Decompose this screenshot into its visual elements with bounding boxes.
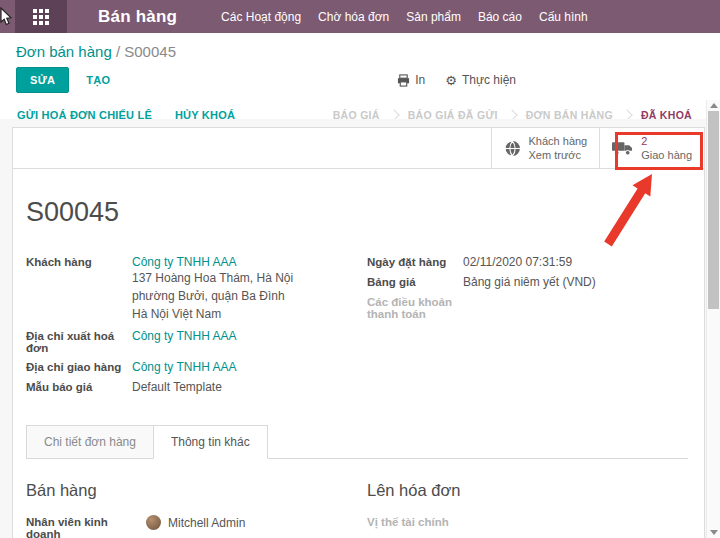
nav-item-products[interactable]: Sản phẩm [406,10,461,24]
breadcrumb-parent-link[interactable]: Đơn bán hàng [16,43,112,60]
salesperson-avatar [146,515,161,530]
field-quotation-template-label: Mẫu báo giá [26,380,132,393]
printer-icon [397,74,410,87]
action-menu-label: Thực hiện [462,73,516,87]
print-menu-button[interactable]: In [397,73,425,87]
delivery-stat-button[interactable]: 2 Giao hàng [599,128,704,168]
form-sheet: Khách hàng Xem trước 2 Giao hàng S00045 [12,127,705,538]
customer-preview-line2: Xem trước [529,148,588,162]
pricelist-value: Bảng giá niêm yết (VND) [463,275,596,289]
field-order-date-label: Ngày đặt hàng [367,255,463,268]
invoicing-section-title: Lên hóa đơn [367,481,688,500]
field-payment-terms-label: Các điều khoản thanh toán [367,295,463,320]
breadcrumb-current: S00045 [124,43,176,60]
field-salesperson: Nhân viên kinh doanh Mitchell Admin [26,512,351,538]
notebook-tabs: Chi tiết đơn hàng Thông tin khác [26,425,688,459]
sales-section-title: Bán hàng [26,481,351,500]
scrollbar-thumb[interactable] [708,111,719,309]
delivery-address-link[interactable]: Công ty TNHH AAA [132,360,236,374]
apps-grid-icon [33,9,49,25]
nav-item-configuration[interactable]: Cấu hình [539,10,588,24]
field-delivery-address: Địa chỉ giao hàng Công ty TNHH AAA [26,357,351,377]
order-title: S00045 [26,197,688,228]
salesperson-value: Mitchell Admin [168,516,245,530]
print-menu-label: In [415,73,425,87]
order-date-value: 02/11/2020 07:31:59 [463,255,572,269]
customer-address-line: phường Bưởi, quận Ba Đình [132,287,293,305]
customer-preview-line1: Khách hàng [529,134,588,148]
delivery-count: 2 [641,134,692,148]
sheet-body: S00045 Khách hàng Công ty TNHH AAA 137 H… [13,169,704,538]
tab-order-lines[interactable]: Chi tiết đơn hàng [26,425,153,459]
field-customer-label: Khách hàng [26,255,132,268]
mouse-cursor-icon [0,7,12,29]
scroll-up-arrow-icon[interactable] [710,103,718,108]
other-info-pane: Bán hàng Nhân viên kinh doanh Mitchell A… [26,459,688,538]
field-fiscal-position: Vị thế tài chính [367,512,688,531]
breadcrumb-separator: / [116,43,120,60]
invoice-address-link[interactable]: Công ty TNHH AAA [132,329,236,343]
tab-other-info[interactable]: Thông tin khác [153,425,268,459]
field-salesperson-label: Nhân viên kinh doanh [26,515,146,538]
content-area: Khách hàng Xem trước 2 Giao hàng S00045 [0,119,720,538]
vertical-scrollbar[interactable] [706,100,720,538]
header-right-column: Ngày đặt hàng 02/11/2020 07:31:59 Bảng g… [367,252,688,397]
field-quotation-template: Mẫu báo giá Default Template [26,377,351,397]
stat-button-row: Khách hàng Xem trước 2 Giao hàng [13,128,704,169]
navbar-menu: Các Hoạt động Chờ hóa đơn Sản phẩm Báo c… [221,10,588,24]
nav-item-activities[interactable]: Các Hoạt động [221,10,301,24]
customer-link[interactable]: Công ty TNHH AAA [132,255,236,269]
gear-icon: ⚙ [445,73,457,88]
edit-button[interactable]: SỬA [16,67,69,93]
field-pricelist: Bảng giá Bảng giá niêm yết (VND) [367,272,688,292]
scroll-down-arrow-icon[interactable] [710,530,718,535]
app-title: Bán hàng [98,7,177,27]
truck-icon [612,140,633,156]
field-pricelist-label: Bảng giá [367,275,463,288]
nav-item-to-invoice[interactable]: Chờ hóa đơn [318,10,389,24]
invoicing-section: Lên hóa đơn Vị thế tài chính [367,481,688,538]
field-invoice-address: Địa chỉ xuất hoá đơn Công ty TNHH AAA [26,326,351,357]
field-invoice-address-label: Địa chỉ xuất hoá đơn [26,329,132,354]
nav-item-reporting[interactable]: Báo cáo [478,10,522,24]
customer-address-line: Hà Nội Việt Nam [132,305,293,323]
field-customer: Khách hàng Công ty TNHH AAA 137 Hoàng Ho… [26,252,351,326]
apps-menu-button[interactable] [15,0,67,33]
field-fiscal-position-label: Vị thế tài chính [367,515,487,528]
globe-icon [504,140,521,157]
field-delivery-address-label: Địa chỉ giao hàng [26,360,132,373]
header-left-column: Khách hàng Công ty TNHH AAA 137 Hoàng Ho… [26,252,351,397]
customer-preview-stat-button[interactable]: Khách hàng Xem trước [491,128,600,168]
control-panel-actions: SỬA TẠO In ⚙ Thực hiện [0,64,720,101]
sales-section: Bán hàng Nhân viên kinh doanh Mitchell A… [26,481,351,538]
top-navbar: Bán hàng Các Hoạt động Chờ hóa đơn Sản p… [0,0,720,33]
field-order-date: Ngày đặt hàng 02/11/2020 07:31:59 [367,252,688,272]
field-payment-terms: Các điều khoản thanh toán [367,292,688,323]
delivery-label: Giao hàng [641,148,692,162]
create-button[interactable]: TẠO [86,74,110,86]
header-field-group: Khách hàng Công ty TNHH AAA 137 Hoàng Ho… [26,252,688,397]
breadcrumb: Đơn bán hàng / S00045 [0,33,720,64]
control-panel-tools: In ⚙ Thực hiện [397,73,516,88]
customer-address-line: 137 Hoàng Hoa Thám, Hà Nội [132,269,293,287]
action-menu-button[interactable]: ⚙ Thực hiện [445,73,516,88]
quotation-template-value: Default Template [132,380,222,394]
